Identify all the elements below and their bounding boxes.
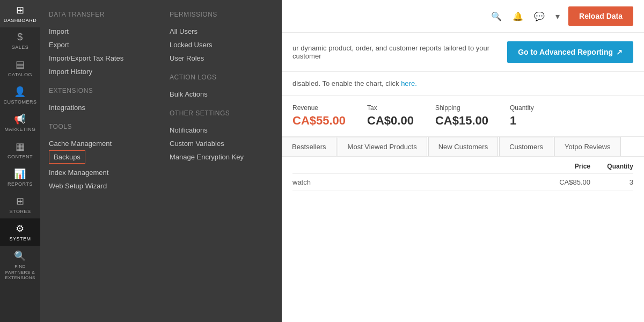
advanced-reporting-button[interactable]: Go to Advanced Reporting ↗	[507, 41, 633, 63]
system-dropdown-menu: Data Transfer Import Export Import/Expor…	[40, 0, 282, 322]
sidebar-item-find-partners[interactable]: 🔍 Find Partners & Extensions	[0, 246, 40, 286]
chart-enable-link[interactable]: here.	[401, 79, 417, 87]
extensions-section-title: Extensions	[49, 87, 152, 94]
stat-revenue-value: CA$55.00	[292, 114, 346, 128]
row-quantity: 3	[590, 178, 633, 186]
sidebar-item-label: Catalog	[8, 72, 32, 77]
main-content: 🔍 🔔 💬 ▾ Reload Data ur dynamic product, …	[282, 0, 644, 322]
dropdown-item-import-history[interactable]: Import History	[49, 65, 152, 78]
user-menu-icon[interactable]: ▾	[553, 9, 562, 24]
table-area: Price Quantity watch CA$85.00 3	[282, 157, 644, 191]
sidebar: ⊞ Dashboard $ Sales ▤ Catalog 👤 Customer…	[0, 0, 40, 322]
notifications-icon[interactable]: 🔔	[510, 9, 525, 24]
stats-row: Revenue CA$55.00 Tax CA$0.00 Shipping CA…	[282, 96, 644, 137]
external-link-icon: ↗	[616, 48, 623, 56]
stat-quantity-label: Quantity	[510, 104, 534, 112]
sidebar-item-label: Find Partners & Extensions	[2, 264, 38, 281]
dropdown-item-integrations[interactable]: Integrations	[49, 101, 152, 114]
tab-most-viewed[interactable]: Most Viewed Products	[338, 137, 427, 156]
other-settings-section-title: Other Settings	[170, 109, 273, 117]
sidebar-item-label: Customers	[4, 99, 37, 105]
table-header-quantity: Quantity	[590, 163, 633, 170]
find-partners-icon: 🔍	[14, 250, 26, 262]
chart-disabled-message: disabled. To enable the chart, click	[292, 79, 399, 87]
table-row: watch CA$85.00 3	[292, 174, 633, 191]
row-price: CA$85.00	[537, 178, 590, 186]
stat-revenue: Revenue CA$55.00	[292, 104, 346, 128]
dropdown-item-manage-encryption[interactable]: Manage Encryption Key	[170, 150, 273, 164]
tabs-row: Bestsellers Most Viewed Products New Cus…	[282, 137, 644, 157]
stat-tax: Tax CA$0.00	[367, 104, 414, 128]
dropdown-item-web-setup-wizard[interactable]: Web Setup Wizard	[49, 179, 152, 193]
sidebar-item-label: Sales	[12, 45, 29, 50]
tools-section-title: Tools	[49, 123, 152, 130]
stat-shipping: Shipping CA$15.00	[435, 104, 488, 128]
sidebar-item-stores[interactable]: ⊞ Stores	[0, 191, 40, 218]
dropdown-item-index-management[interactable]: Index Management	[49, 166, 152, 179]
dropdown-item-import[interactable]: Import	[49, 25, 152, 38]
table-header: Price Quantity	[292, 157, 633, 174]
search-icon[interactable]: 🔍	[489, 9, 504, 24]
messages-icon[interactable]: 💬	[532, 9, 547, 24]
marketing-icon: 📢	[14, 113, 26, 125]
dropdown-item-notifications[interactable]: Notifications	[170, 123, 273, 137]
dropdown-col-1: Data Transfer Import Export Import/Expor…	[40, 0, 161, 322]
dropdown-item-custom-variables[interactable]: Custom Variables	[170, 137, 273, 150]
system-icon: ⚙	[16, 223, 25, 235]
sidebar-item-marketing[interactable]: 📢 Marketing	[0, 109, 40, 136]
action-logs-section-title: Action Logs	[170, 74, 273, 81]
sidebar-item-content[interactable]: ▦ CONTENT	[0, 136, 40, 164]
permissions-section-title: Permissions	[170, 11, 273, 18]
dropdown-item-all-users[interactable]: All Users	[170, 25, 273, 38]
sidebar-item-dashboard[interactable]: ⊞ Dashboard	[0, 0, 40, 27]
tab-new-customers[interactable]: New Customers	[428, 137, 498, 156]
table-header-price: Price	[537, 163, 590, 170]
dropdown-item-bulk-actions[interactable]: Bulk Actions	[170, 87, 273, 101]
dashboard-icon: ⊞	[16, 4, 25, 16]
advanced-reporting-label: Go to Advanced Reporting	[518, 48, 613, 56]
stores-icon: ⊞	[16, 195, 25, 207]
sales-icon: $	[17, 32, 23, 43]
sidebar-item-sales[interactable]: $ Sales	[0, 27, 40, 54]
sidebar-item-label: Stores	[10, 209, 31, 214]
dropdown-item-import-export-tax[interactable]: Import/Export Tax Rates	[49, 52, 152, 65]
sidebar-item-catalog[interactable]: ▤ Catalog	[0, 54, 40, 82]
stat-shipping-value: CA$15.00	[435, 114, 488, 128]
advanced-reporting-section: ur dynamic product, order, and customer …	[282, 33, 644, 72]
advanced-reporting-description: ur dynamic product, order, and customer …	[292, 44, 507, 60]
top-bar: 🔍 🔔 💬 ▾ Reload Data	[282, 0, 644, 33]
content-icon: ▦	[16, 141, 25, 152]
stat-tax-value: CA$0.00	[367, 114, 414, 128]
stat-shipping-label: Shipping	[435, 104, 488, 112]
stat-quantity-value: 1	[510, 114, 534, 128]
dropdown-item-locked-users[interactable]: Locked Users	[170, 38, 273, 52]
dropdown-item-export[interactable]: Export	[49, 38, 152, 52]
catalog-icon: ▤	[16, 58, 25, 70]
sidebar-item-customers[interactable]: 👤 Customers	[0, 82, 40, 109]
sidebar-item-label: Reports	[8, 181, 33, 187]
sidebar-item-label: Dashboard	[4, 18, 37, 23]
dropdown-col-2: Permissions All Users Locked Users User …	[161, 0, 282, 322]
tab-bestsellers[interactable]: Bestsellers	[282, 137, 336, 156]
tab-yotpo[interactable]: Yotpo Reviews	[554, 137, 621, 156]
data-transfer-section-title: Data Transfer	[49, 11, 152, 18]
sidebar-item-system[interactable]: ⚙ System	[0, 218, 40, 246]
dropdown-item-backups[interactable]: Backups	[49, 150, 85, 164]
dropdown-item-cache-management[interactable]: Cache Management	[49, 137, 152, 150]
dropdown-item-user-roles[interactable]: User Roles	[170, 52, 273, 65]
sidebar-item-label: Marketing	[4, 127, 35, 132]
stat-quantity: Quantity 1	[510, 104, 534, 128]
sidebar-item-label: System	[9, 236, 31, 241]
stat-tax-label: Tax	[367, 104, 414, 112]
reports-icon: 📊	[14, 168, 26, 180]
stat-revenue-label: Revenue	[292, 104, 346, 112]
sidebar-item-label: CONTENT	[8, 154, 33, 159]
chart-disabled-bar: disabled. To enable the chart, click her…	[282, 72, 644, 96]
tab-customers[interactable]: Customers	[499, 137, 553, 156]
reload-data-button[interactable]: Reload Data	[568, 6, 633, 26]
row-product-name: watch	[292, 178, 537, 186]
customers-icon: 👤	[14, 86, 26, 98]
sidebar-item-reports[interactable]: 📊 Reports	[0, 164, 40, 191]
